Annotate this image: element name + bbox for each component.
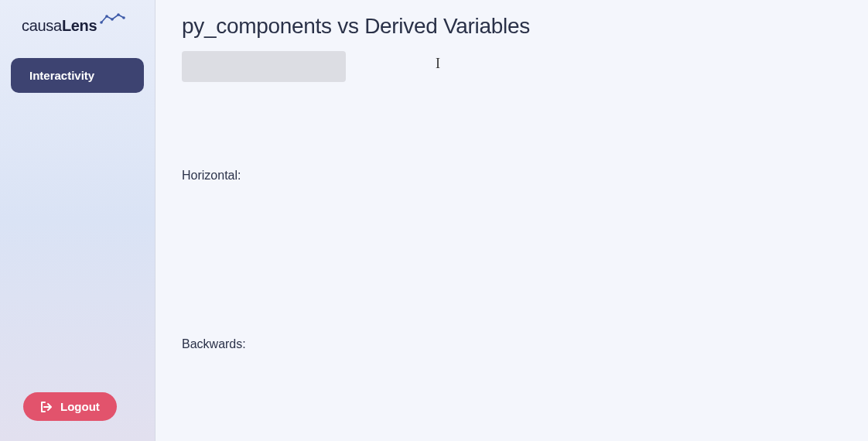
- svg-point-0: [101, 21, 104, 24]
- main-text-input[interactable]: [182, 51, 346, 82]
- sidebar: causaLens Interactivity Logout: [0, 0, 155, 441]
- brand-logo: causaLens: [11, 14, 144, 35]
- svg-point-2: [111, 18, 114, 21]
- logout-label: Logout: [60, 400, 100, 413]
- text-cursor-icon: I: [436, 56, 440, 72]
- main-content: py_components vs Derived Variables Horiz…: [155, 0, 868, 441]
- backwards-label: Backwards:: [182, 337, 842, 351]
- sidebar-item-interactivity[interactable]: Interactivity: [11, 58, 144, 93]
- logo-prefix: causa: [22, 17, 62, 34]
- logo-text: causaLens: [22, 17, 97, 35]
- logo-bold: Lens: [62, 17, 97, 34]
- svg-point-4: [123, 16, 126, 19]
- backwards-section: Backwards:: [182, 337, 842, 351]
- logout-button[interactable]: Logout: [23, 392, 117, 421]
- svg-point-1: [106, 15, 109, 18]
- page-title: py_components vs Derived Variables: [182, 14, 842, 39]
- svg-point-3: [118, 13, 121, 16]
- logo-spark-icon: [100, 12, 126, 28]
- logout-icon: [40, 401, 53, 413]
- horizontal-label: Horizontal:: [182, 169, 842, 183]
- sidebar-item-label: Interactivity: [29, 69, 94, 82]
- horizontal-section: Horizontal:: [182, 169, 842, 183]
